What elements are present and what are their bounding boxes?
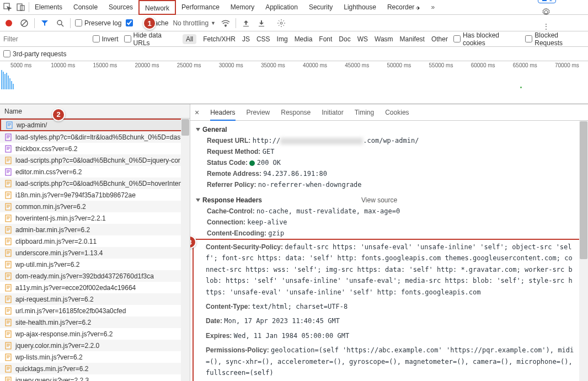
- request-row[interactable]: admin-bar.min.js?ver=6.2: [0, 224, 190, 235]
- request-row[interactable]: load-scripts.php?c=0&load%5Bchunk_0%5D=j…: [0, 154, 190, 166]
- tab-memory[interactable]: Memory: [225, 0, 260, 15]
- inspect-icon[interactable]: [2, 2, 13, 13]
- request-row[interactable]: site-health.min.js?ver=6.2: [0, 316, 190, 328]
- request-row[interactable]: clipboard.min.js?ver=2.0.11: [0, 235, 190, 247]
- tab-security[interactable]: Security: [303, 0, 338, 15]
- throttling-select[interactable]: No throttling ▼: [173, 19, 216, 27]
- filter-type-font[interactable]: Font: [319, 35, 332, 43]
- blocked-requests-checkbox[interactable]: Blocked Requests: [525, 31, 585, 47]
- detail-tab-timing[interactable]: Timing: [355, 109, 375, 116]
- timeline-overview[interactable]: 5000 ms10000 ms15000 ms20000 ms25000 ms3…: [0, 61, 588, 104]
- request-row[interactable]: url.min.js?ver=16185fce2fb043a0cfed: [0, 305, 190, 316]
- request-name: wp-admin/: [17, 121, 47, 129]
- tab-console[interactable]: Console: [68, 0, 103, 15]
- request-row[interactable]: wp-util.min.js?ver=6.2: [0, 259, 190, 270]
- clear-icon[interactable]: [19, 18, 30, 29]
- request-row[interactable]: i18n.min.js?ver=9e794f35a71bb98672ae: [0, 189, 190, 201]
- search-icon[interactable]: [55, 18, 66, 29]
- svg-rect-31: [6, 377, 11, 382]
- request-row[interactable]: quicktags.min.js?ver=6.2: [0, 363, 190, 374]
- file-icon: [4, 203, 12, 211]
- header-row: Content-Type: text/html; charset=UTF-8: [194, 299, 581, 314]
- filter-type-media[interactable]: Media: [295, 35, 313, 43]
- filter-type-js[interactable]: JS: [242, 35, 250, 43]
- tab-sources[interactable]: Sources: [103, 0, 138, 15]
- more-tabs-icon[interactable]: »: [427, 2, 439, 13]
- detail-tab-response[interactable]: Response: [281, 109, 311, 116]
- wifi-icon[interactable]: [220, 18, 231, 29]
- general-section-title[interactable]: General: [196, 126, 582, 133]
- tab-elements[interactable]: Elements: [29, 0, 68, 15]
- tab-network[interactable]: Network: [138, 0, 176, 15]
- close-icon[interactable]: ×: [195, 108, 199, 117]
- upload-icon[interactable]: [240, 18, 252, 29]
- tab-recorder[interactable]: Recorder ⬗: [382, 0, 425, 15]
- filter-type-css[interactable]: CSS: [256, 35, 270, 43]
- filter-type-other[interactable]: Other: [431, 35, 448, 43]
- blurred-host: [280, 138, 363, 144]
- filter-icon[interactable]: [39, 18, 50, 29]
- request-row[interactable]: load-scripts.php?c=0&load%5Bchunk_0%5D=h…: [0, 178, 190, 189]
- blocked-cookies-checkbox[interactable]: Has blocked cookies: [453, 31, 520, 47]
- tab-performance[interactable]: Performance: [176, 0, 225, 15]
- svg-rect-15: [6, 192, 11, 198]
- hide-data-urls-checkbox[interactable]: Hide data URLs: [124, 31, 177, 47]
- request-row[interactable]: wp-admin/: [0, 119, 190, 131]
- request-row[interactable]: underscore.min.js?ver=1.13.4: [0, 247, 190, 259]
- request-row[interactable]: api-request.min.js?ver=6.2: [0, 293, 190, 305]
- filter-type-wasm[interactable]: Wasm: [375, 35, 393, 43]
- third-party-checkbox[interactable]: 3rd-party requests: [3, 50, 66, 58]
- view-source-link[interactable]: View source: [361, 196, 397, 204]
- request-row[interactable]: load-styles.php?c=0&dir=ltr&load%5Bchunk…: [0, 131, 190, 143]
- request-row[interactable]: common.min.js?ver=6.2: [0, 201, 190, 212]
- request-row[interactable]: wp-lists.min.js?ver=6.2: [0, 351, 190, 363]
- request-row[interactable]: jquery.query.js?ver=2.2.3: [0, 374, 190, 381]
- timeline-marker: [520, 87, 522, 88]
- preserve-log-checkbox[interactable]: Preserve log: [75, 19, 121, 27]
- filter-type-ws[interactable]: WS: [357, 35, 368, 43]
- request-name: wp-util.min.js?ver=6.2: [15, 261, 79, 269]
- referrer-policy: Referrer Policy: no-referrer-when-downgr…: [190, 179, 588, 190]
- detail-tab-initiator[interactable]: Initiator: [322, 109, 343, 116]
- request-name: wp-ajax-response.min.js?ver=6.2: [15, 330, 113, 338]
- svg-rect-21: [6, 261, 11, 268]
- filter-type-img[interactable]: Img: [277, 35, 288, 43]
- svg-rect-30: [6, 366, 11, 372]
- tab-application[interactable]: Application: [260, 0, 303, 15]
- tab-lighthouse[interactable]: Lighthouse: [338, 0, 382, 15]
- response-headers-title[interactable]: Response Headers: [196, 196, 262, 204]
- record-button[interactable]: [3, 18, 14, 29]
- main-split: Name 2 wp-admin/load-styles.php?c=0&dir=…: [0, 104, 588, 381]
- filter-input[interactable]: [3, 35, 87, 43]
- request-row[interactable]: thickbox.css?ver=6.2: [0, 143, 190, 154]
- invert-checkbox[interactable]: Invert: [93, 35, 119, 43]
- request-row[interactable]: editor.min.css?ver=6.2: [0, 166, 190, 178]
- filter-type-manifest[interactable]: Manifest: [400, 35, 425, 43]
- timeline-tick: 70000 ms: [546, 62, 588, 68]
- filter-type-fetch-xhr[interactable]: Fetch/XHR: [203, 35, 236, 43]
- filter-type-all[interactable]: All: [183, 34, 196, 44]
- filter-type-doc[interactable]: Doc: [339, 35, 350, 43]
- filter-row-3: 3rd-party requests: [0, 47, 588, 61]
- request-row[interactable]: hoverintent-js.min.js?ver=2.2.1: [0, 212, 190, 224]
- request-row[interactable]: wp-ajax-response.min.js?ver=6.2: [0, 328, 190, 340]
- svg-point-7: [225, 25, 226, 26]
- issues-badge[interactable]: 1: [538, 0, 556, 3]
- svg-rect-28: [6, 342, 11, 349]
- detail-tab-cookies[interactable]: Cookies: [385, 109, 409, 116]
- detail-tab-preview[interactable]: Preview: [247, 109, 270, 116]
- file-icon: [4, 342, 12, 350]
- request-row[interactable]: dom-ready.min.js?ver=392bdd43726760d1f3c…: [0, 270, 190, 282]
- scrollbar[interactable]: [181, 119, 190, 381]
- request-row[interactable]: a11y.min.js?ver=ecce20f002eda4c19664: [0, 282, 190, 293]
- detail-tab-headers[interactable]: Headers: [210, 109, 235, 121]
- device-icon[interactable]: [15, 2, 26, 13]
- name-column-header[interactable]: Name 2: [0, 104, 190, 119]
- scrollbar[interactable]: [579, 121, 588, 381]
- request-name: common.min.js?ver=6.2: [15, 203, 86, 211]
- svg-rect-24: [6, 296, 11, 303]
- request-row[interactable]: jquery.color.min.js?ver=2.2.0: [0, 340, 190, 351]
- download-icon[interactable]: [256, 18, 267, 29]
- svg-rect-10: [6, 134, 11, 141]
- settings-gear-icon[interactable]: [276, 18, 287, 29]
